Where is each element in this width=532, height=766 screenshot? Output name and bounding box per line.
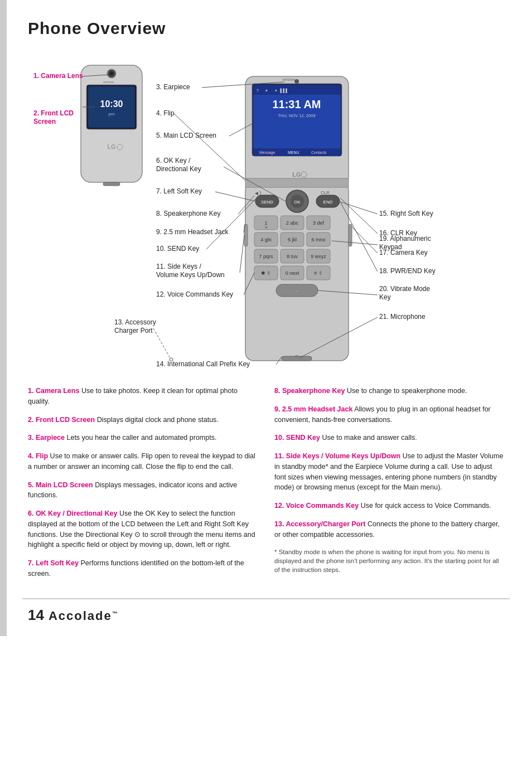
svg-text:verizon: verizon	[282, 77, 295, 81]
svg-text:Key: Key	[379, 293, 391, 301]
desc-item-9: 9. 2.5 mm Headset Jack Allows you to plu…	[274, 404, 504, 425]
svg-text:14. International Call Prefix : 14. International Call Prefix Key	[156, 360, 250, 368]
svg-text:20. Vibrate Mode: 20. Vibrate Mode	[379, 285, 430, 293]
desc-text-12: Use for quick access to Voice Commands.	[359, 502, 491, 510]
svg-point-9	[110, 72, 113, 75]
svg-text:◄): ◄)	[254, 190, 261, 196]
svg-text:LG: LG	[292, 171, 301, 178]
svg-text:4. Flip: 4. Flip	[156, 109, 175, 117]
desc-key-1: 1. Camera Lens	[28, 387, 79, 395]
desc-item-6: 6. OK Key / Directional Key Use the OK K…	[28, 508, 258, 550]
desc-key-6: 6. OK Key / Directional Key	[28, 510, 117, 517]
desc-key-7: 7. Left Soft Key	[28, 559, 79, 567]
desc-col-right: 8. Speakerphone Key Use to change to spe…	[274, 386, 504, 587]
desc-key-11: 11. Side Keys / Volume Keys Up/Down	[274, 452, 400, 460]
desc-item-7: 7. Left Soft Key Performs functions iden…	[28, 558, 258, 579]
svg-text:8. Speakerphone Key: 8. Speakerphone Key	[156, 210, 220, 217]
svg-text:Screen: Screen	[33, 118, 56, 125]
svg-text:Message: Message	[259, 151, 275, 155]
svg-text:✉: ✉	[265, 226, 268, 229]
svg-text:21. Microphone: 21. Microphone	[379, 313, 425, 321]
desc-key-10: 10. SEND Key	[274, 434, 320, 442]
svg-text:✱ ⇧: ✱ ⇧	[261, 270, 272, 276]
svg-text:~: ~	[296, 289, 298, 294]
svg-text:OK: OK	[294, 200, 301, 205]
svg-text:12. Voice Commands Key: 12. Voice Commands Key	[156, 290, 233, 298]
page: Phone Overview 10:30 pm LG verizon	[0, 0, 532, 636]
desc-text-3: Lets you hear the caller and automated p…	[65, 434, 216, 442]
svg-text:MENU: MENU	[288, 151, 299, 154]
diagram-section: 10:30 pm LG verizon T ✦ ✦ ▐▐▐	[22, 51, 510, 380]
svg-text:19. Alphanumeric: 19. Alphanumeric	[379, 235, 431, 243]
desc-item-11: 11. Side Keys / Volume Keys Up/Down Use …	[274, 451, 504, 493]
desc-item-1: 1. Camera Lens Use to take photos. Keep …	[28, 386, 258, 407]
desc-item-13: 13. Accessory/Charger Port Connects the …	[274, 519, 504, 540]
svg-text:# ⇧: # ⇧	[314, 270, 323, 276]
svg-rect-69	[349, 224, 352, 246]
description-section: 1. Camera Lens Use to take photos. Keep …	[22, 386, 510, 587]
svg-text:11. Side Keys /: 11. Side Keys /	[156, 263, 201, 270]
footer-page-number: 14	[28, 605, 44, 625]
desc-col-left: 1. Camera Lens Use to take photos. Keep …	[28, 386, 258, 587]
svg-text:9. 2.5 mm Headset Jack: 9. 2.5 mm Headset Jack	[156, 228, 229, 236]
footnote: * Standby mode is when the phone is wait…	[274, 547, 504, 574]
svg-text:verizon: verizon	[103, 80, 114, 84]
page-title: Phone Overview	[28, 17, 510, 40]
desc-item-4: 4. Flip Use to make or answer calls. Fli…	[28, 451, 258, 472]
svg-text:3. Earpiece: 3. Earpiece	[156, 83, 190, 91]
svg-text:✦: ✦	[265, 89, 268, 93]
svg-text:SEND: SEND	[261, 200, 273, 205]
svg-text:4 ghi: 4 ghi	[260, 237, 272, 243]
desc-key-3: 3. Earpiece	[28, 434, 65, 442]
svg-text:Directional Key: Directional Key	[156, 165, 201, 173]
svg-rect-13	[245, 178, 349, 187]
svg-text:3 def: 3 def	[313, 220, 325, 226]
footer-brand-name: Accolade™	[49, 608, 119, 625]
desc-key-4: 4. Flip	[28, 452, 48, 460]
svg-text:Contacts: Contacts	[311, 151, 327, 154]
svg-text:11:31 AM: 11:31 AM	[272, 98, 321, 110]
desc-key-8: 8. Speakerphone Key	[274, 387, 345, 395]
svg-text:END: END	[323, 200, 333, 205]
svg-text:THU, NOV 12, 2009: THU, NOV 12, 2009	[278, 113, 315, 118]
svg-text:Volume Keys Up/Down: Volume Keys Up/Down	[156, 271, 225, 279]
svg-text:1. Camera Lens: 1. Camera Lens	[33, 72, 83, 80]
svg-text:2. Front LCD: 2. Front LCD	[33, 109, 74, 117]
svg-rect-71	[103, 182, 120, 186]
svg-text:15. Right Soft Key: 15. Right Soft Key	[379, 210, 433, 217]
svg-point-28	[294, 79, 299, 84]
svg-text:2 abc: 2 abc	[286, 220, 299, 226]
trademark-symbol: ™	[112, 610, 119, 616]
desc-text-2: Displays digital clock and phone status.	[95, 416, 219, 424]
desc-key-9: 9. 2.5 mm Headset Jack	[274, 405, 352, 413]
desc-text-4: Use to make or answer calls. Flip open t…	[28, 452, 255, 471]
svg-text:0 next: 0 next	[286, 270, 299, 276]
svg-text:5 jkl: 5 jkl	[288, 237, 297, 243]
svg-text:7. Left Soft Key: 7. Left Soft Key	[156, 187, 202, 195]
desc-item-12: 12. Voice Commands Key Use for quick acc…	[274, 501, 504, 511]
svg-text:10:30: 10:30	[100, 99, 123, 109]
brand-text: Accolade	[49, 609, 112, 623]
svg-text:9 wxyz: 9 wxyz	[311, 254, 326, 259]
svg-rect-70	[282, 356, 312, 361]
desc-key-13: 13. Accessory/Charger Port	[274, 520, 366, 528]
svg-text:6. OK Key /: 6. OK Key /	[156, 157, 191, 164]
svg-text:Charger Port: Charger Port	[114, 327, 153, 334]
svg-text:CLR: CLR	[321, 190, 330, 195]
desc-item-8: 8. Speakerphone Key Use to change to spe…	[274, 386, 504, 396]
phone-diagram: 10:30 pm LG verizon T ✦ ✦ ▐▐▐	[22, 51, 532, 380]
svg-text:18. PWR/END Key: 18. PWR/END Key	[379, 267, 436, 275]
svg-text:T: T	[257, 89, 259, 93]
svg-text:Keypad: Keypad	[379, 243, 402, 251]
desc-key-2: 2. Front LCD Screen	[28, 416, 95, 424]
desc-key-12: 12. Voice Commands Key	[274, 502, 359, 510]
desc-item-2: 2. Front LCD Screen Displays digital clo…	[28, 415, 258, 425]
desc-item-10: 10. SEND Key Use to make and answer call…	[274, 433, 504, 443]
svg-text:10. SEND Key: 10. SEND Key	[156, 245, 199, 253]
svg-text:5. Main LCD Screen: 5. Main LCD Screen	[156, 132, 216, 139]
svg-line-96	[240, 235, 244, 273]
svg-text:6 mno: 6 mno	[311, 237, 325, 243]
svg-text:pm: pm	[108, 111, 114, 117]
svg-line-101	[153, 328, 170, 358]
desc-text-8: Use to change to speakerphone mode.	[345, 387, 467, 395]
